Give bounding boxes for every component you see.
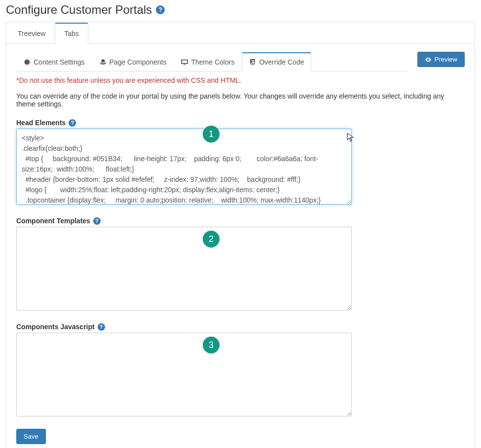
tab-content: Content Settings Page Components Theme C… — [6, 44, 475, 448]
head-elements-label: Head Elements ? — [16, 119, 465, 127]
component-templates-label: Component Templates ? — [16, 217, 465, 225]
desktop-icon — [181, 59, 188, 66]
cubes-icon — [100, 59, 107, 66]
head-elements-textarea[interactable] — [16, 129, 352, 205]
save-button[interactable]: Save — [16, 429, 46, 444]
component-templates-block: Component Templates ? 2 — [16, 217, 465, 312]
page-title: Configure Customer Portals ? — [6, 3, 475, 17]
page-title-text: Configure Customer Portals — [6, 3, 152, 17]
components-javascript-block: Components Javascript ? 3 — [16, 323, 465, 418]
save-button-label: Save — [24, 433, 38, 440]
tab-page-components[interactable]: Page Components — [92, 52, 174, 71]
components-javascript-label: Components Javascript ? — [16, 323, 465, 331]
preview-button-label: Preview — [435, 56, 457, 63]
tab-content-settings-label: Content Settings — [34, 58, 85, 66]
eye-icon — [425, 56, 432, 63]
tab-page-components-label: Page Components — [110, 58, 167, 66]
help-icon[interactable]: ? — [93, 217, 101, 225]
gear-icon — [24, 59, 31, 66]
tab-theme-colors-label: Theme Colors — [191, 58, 234, 66]
help-icon[interactable]: ? — [69, 119, 76, 127]
preview-button[interactable]: Preview — [417, 52, 465, 67]
view-tabs: Treeview Tabs — [6, 22, 475, 44]
warning-text: *Do not use this feature unless you are … — [16, 76, 465, 84]
components-javascript-textarea[interactable] — [16, 333, 352, 416]
tab-tabs[interactable]: Tabs — [55, 23, 88, 44]
tab-content-settings[interactable]: Content Settings — [16, 52, 92, 71]
config-row: Content Settings Page Components Theme C… — [16, 52, 465, 71]
tab-override-code[interactable]: Override Code — [242, 52, 311, 71]
tab-override-code-label: Override Code — [259, 58, 304, 66]
head-elements-block: Head Elements ? 1 — [16, 119, 465, 206]
help-icon[interactable]: ? — [156, 5, 165, 14]
config-tabs: Content Settings Page Components Theme C… — [16, 52, 407, 71]
main-card: Treeview Tabs Content Settings Page Comp… — [6, 22, 475, 448]
description-text: You can override any of the code in your… — [16, 92, 465, 108]
tab-theme-colors[interactable]: Theme Colors — [174, 52, 242, 71]
component-templates-textarea[interactable] — [16, 227, 352, 310]
help-icon[interactable]: ? — [98, 323, 105, 331]
css-icon — [249, 59, 256, 66]
tab-treeview[interactable]: Treeview — [8, 23, 55, 44]
